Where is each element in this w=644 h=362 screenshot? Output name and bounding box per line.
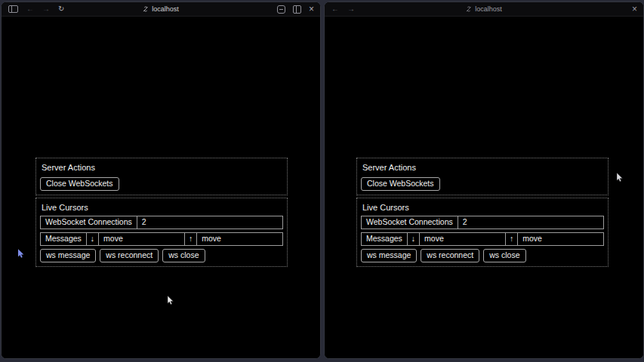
outgoing-message-value: move [420,233,506,245]
live-cursors-panel: Live Cursors WebSocket Connections 2 Mes… [35,198,288,267]
page-title: localhost [475,5,502,13]
tab-overview-button[interactable] [277,5,285,14]
websocket-connections-label: WebSocket Connections [41,216,137,229]
server-actions-title: Server Actions [42,163,283,172]
browser-window-left: ← → ↻ localhost × [1,2,321,359]
page-content: Server Actions Close WebSockets Live Cur… [2,17,320,359]
back-button[interactable]: ← [26,5,34,13]
live-cursors-title: Live Cursors [362,203,604,212]
incoming-arrow-icon: ↑ [185,233,197,245]
split-view-button[interactable] [293,5,301,14]
outgoing-arrow-icon: ↓ [87,233,99,245]
tab-overview-icon [277,5,285,14]
url-link-icon [466,6,472,12]
titlebar[interactable]: ← → localhost × [325,2,643,17]
titlebar[interactable]: ← → ↻ localhost × [2,2,320,17]
page-title: localhost [152,5,179,13]
outgoing-arrow-icon: ↓ [408,233,420,245]
back-button[interactable]: ← [331,5,339,13]
split-view-icon [293,5,301,14]
ws-reconnect-button[interactable]: ws reconnect [421,249,479,262]
live-cursors-panel: Live Cursors WebSocket Connections 2 Mes… [356,198,609,267]
close-window-button[interactable]: × [632,5,637,13]
messages-row: Messages ↓ move ↑ move [40,232,283,246]
sidebar-toggle-button[interactable] [8,5,18,13]
server-actions-panel: Server Actions Close WebSockets [356,158,609,195]
websocket-connections-value: 2 [137,216,282,229]
close-window-button[interactable]: × [309,5,314,13]
ws-message-button[interactable]: ws message [40,249,96,262]
live-cursors-title: Live Cursors [42,203,283,212]
ws-close-button[interactable]: ws close [162,249,205,262]
incoming-arrow-icon: ↑ [506,233,518,245]
browser-window-right: ← → localhost × Server Actions Close Web… [324,2,644,359]
incoming-message-value: move [197,233,282,245]
websocket-connections-row: WebSocket Connections 2 [40,216,283,229]
close-websockets-button[interactable]: Close WebSockets [361,177,440,191]
page-content: Server Actions Close WebSockets Live Cur… [325,17,643,359]
forward-button[interactable]: → [347,5,355,13]
reload-button[interactable]: ↻ [58,5,64,13]
messages-label: Messages [362,233,408,245]
close-websockets-button[interactable]: Close WebSockets [40,177,119,191]
ws-close-button[interactable]: ws close [483,249,525,262]
websocket-connections-value: 2 [458,216,603,229]
messages-label: Messages [41,233,87,245]
forward-button[interactable]: → [42,5,50,13]
websocket-connections-row: WebSocket Connections 2 [361,216,604,229]
websocket-connections-label: WebSocket Connections [362,216,458,229]
incoming-message-value: move [518,233,603,245]
server-actions-panel: Server Actions Close WebSockets [35,158,288,195]
url-link-icon [143,6,149,12]
ws-reconnect-button[interactable]: ws reconnect [100,249,159,262]
server-actions-title: Server Actions [362,163,604,172]
ws-message-button[interactable]: ws message [361,249,417,262]
messages-row: Messages ↓ move ↑ move [361,232,604,246]
outgoing-message-value: move [99,233,185,245]
sidebar-icon [8,5,18,13]
